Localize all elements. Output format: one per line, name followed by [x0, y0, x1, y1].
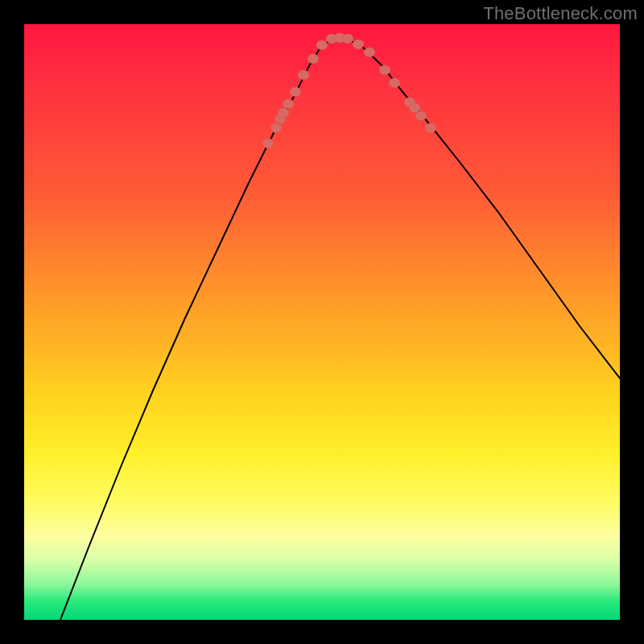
chart-svg [24, 24, 620, 620]
svg-point-0 [262, 138, 274, 148]
svg-point-4 [283, 99, 294, 109]
svg-point-13 [364, 47, 375, 57]
svg-point-12 [353, 39, 364, 49]
svg-point-19 [425, 123, 436, 133]
bottleneck-curve [60, 39, 620, 620]
svg-point-3 [278, 108, 289, 118]
svg-point-6 [298, 70, 309, 80]
svg-point-15 [389, 78, 400, 88]
svg-point-7 [308, 54, 319, 64]
svg-point-5 [290, 87, 301, 97]
watermark-text: TheBottleneck.com [483, 3, 638, 24]
svg-point-14 [379, 65, 390, 75]
highlight-dots [262, 33, 436, 148]
svg-point-18 [415, 111, 427, 121]
plot-area [24, 24, 620, 620]
svg-point-11 [342, 34, 353, 43]
svg-point-1 [270, 123, 282, 133]
svg-point-8 [316, 40, 328, 50]
chart-frame: TheBottleneck.com [0, 0, 644, 644]
svg-point-17 [409, 103, 420, 113]
